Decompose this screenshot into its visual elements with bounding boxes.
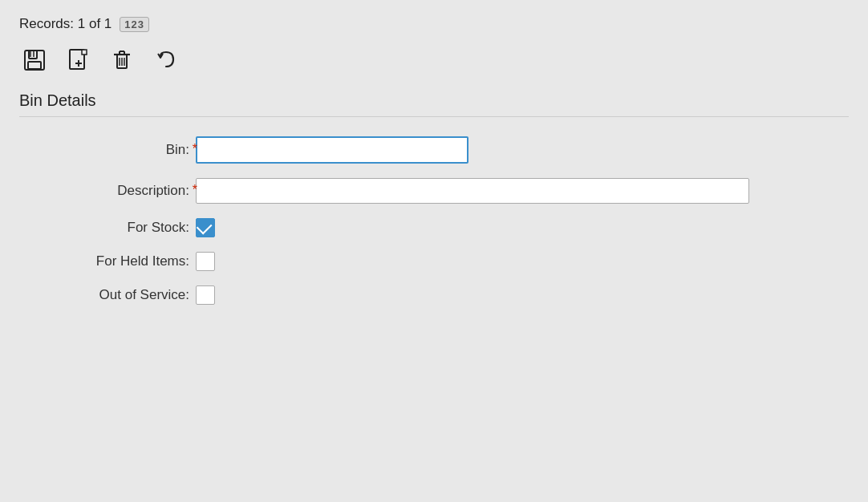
for-held-label: For Held Items:: [19, 253, 196, 269]
svg-rect-7: [82, 50, 87, 55]
records-badge: 123: [120, 17, 149, 32]
section-title: Bin Details: [19, 91, 849, 116]
new-document-icon: [67, 48, 90, 72]
for-stock-checkbox-wrapper: [196, 218, 215, 237]
page-container: Records: 1 of 1 123: [0, 0, 868, 502]
description-row: Description: *: [19, 178, 849, 204]
records-label: Records: 1 of 1: [19, 16, 112, 32]
bin-required-star: *: [193, 142, 197, 156]
bin-row: Bin: *: [19, 136, 849, 164]
for-held-checkbox-wrapper: [196, 252, 215, 271]
new-button[interactable]: [64, 45, 93, 75]
records-bar: Records: 1 of 1 123: [19, 16, 849, 32]
for-held-row: For Held Items:: [19, 252, 849, 271]
delete-button[interactable]: [107, 45, 136, 75]
description-input[interactable]: [196, 178, 749, 204]
section-divider: [19, 116, 849, 117]
bin-label: Bin: *: [19, 142, 196, 158]
for-stock-checkbox[interactable]: [196, 218, 215, 237]
description-required-star: *: [193, 183, 197, 197]
undo-button[interactable]: [151, 45, 181, 75]
for-stock-row: For Stock:: [19, 218, 849, 237]
for-held-checkbox[interactable]: [196, 252, 215, 271]
bin-input[interactable]: [196, 136, 468, 164]
svg-rect-2: [28, 62, 41, 69]
for-stock-label: For Stock:: [19, 220, 196, 236]
delete-icon: [111, 48, 133, 72]
out-of-service-row: Out of Service:: [19, 285, 849, 305]
description-label: Description: *: [19, 183, 196, 199]
save-button[interactable]: [19, 45, 50, 75]
out-of-service-label: Out of Service:: [19, 287, 196, 303]
undo-icon: [154, 48, 178, 72]
form-area: Bin: * Description: * For Stock:: [19, 136, 849, 319]
out-of-service-checkbox[interactable]: [196, 285, 215, 305]
toolbar: [19, 45, 849, 75]
out-of-service-checkbox-wrapper: [196, 285, 215, 305]
save-icon: [22, 48, 47, 72]
